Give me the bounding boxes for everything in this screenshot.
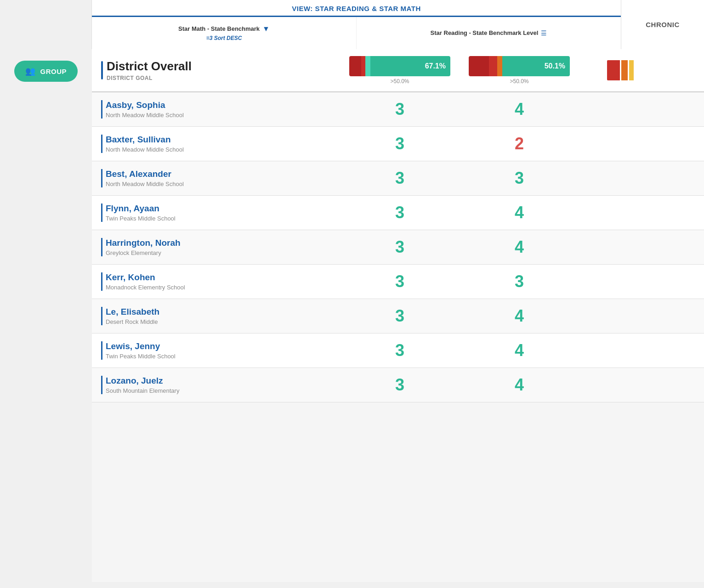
school-name: Desert Rock Middle xyxy=(106,318,340,325)
student-name[interactable]: Lozano, Juelz xyxy=(106,376,340,386)
math-bar-seg-light-teal xyxy=(365,56,370,76)
student-name-col: Baxter, Sullivan North Meadow Middle Sch… xyxy=(101,135,340,153)
star-math-col: 3 xyxy=(340,341,460,360)
reading-score-value: 4 xyxy=(515,341,524,360)
math-score-value: 3 xyxy=(395,169,404,188)
student-name-col: Lewis, Jenny Twin Peaks Middle School xyxy=(101,341,340,360)
student-row: Baxter, Sullivan North Meadow Middle Sch… xyxy=(92,127,704,161)
star-math-col: 3 xyxy=(340,237,460,257)
chronic-header: CHRONIC xyxy=(621,0,704,49)
student-name[interactable]: Le, Elisabeth xyxy=(106,307,340,317)
math-bar-seg-red xyxy=(349,56,361,76)
reading-bar-label: 50.1% xyxy=(545,62,565,70)
district-title: District Overall xyxy=(107,59,192,74)
math-bar-seg-teal: 67.1% xyxy=(370,56,450,76)
school-name: North Meadow Middle School xyxy=(106,112,340,119)
student-row: Harrington, Norah Greylock Elementary 3 … xyxy=(92,230,704,265)
student-row: Flynn, Ayaan Twin Peaks Middle School 3 … xyxy=(92,196,704,230)
star-reading-col: 4 xyxy=(460,100,579,119)
student-name[interactable]: Flynn, Ayaan xyxy=(106,204,340,214)
student-row: Aasby, Sophia North Meadow Middle School… xyxy=(92,92,704,127)
star-math-col: 3 xyxy=(340,203,460,222)
school-name: Monadnock Elementry School xyxy=(106,284,340,291)
math-bar-seg-dark-red xyxy=(361,56,365,76)
student-name[interactable]: Best, Alexander xyxy=(106,169,340,179)
school-name: North Meadow Middle School xyxy=(106,146,340,153)
math-score-value: 3 xyxy=(395,306,404,326)
reading-progress-bar: 50.1% xyxy=(469,56,570,76)
chronic-red xyxy=(607,60,620,80)
district-math-col: 67.1% >50.0% xyxy=(340,56,460,85)
group-button-label: GROUP xyxy=(40,68,67,75)
star-math-col: 3 xyxy=(340,169,460,188)
math-score-value: 3 xyxy=(395,134,404,153)
sort-dir: Sort DESC xyxy=(214,35,242,41)
row-indicator xyxy=(101,307,102,325)
math-score-value: 3 xyxy=(395,203,404,222)
header-top: VIEW: STAR READING & STAR MATH Star Math… xyxy=(0,0,704,49)
reading-score-value: 4 xyxy=(515,237,524,257)
math-progress-bar: 67.1% xyxy=(349,56,450,76)
student-name[interactable]: Harrington, Norah xyxy=(106,238,340,248)
star-reading-col: 3 xyxy=(460,169,579,188)
row-indicator xyxy=(101,135,102,153)
left-panel: 👥 GROUP xyxy=(0,49,92,582)
district-info: District Overall DISTRICT GOAL xyxy=(107,59,192,81)
student-row: Kerr, Kohen Monadnock Elementry School 3… xyxy=(92,265,704,299)
reading-score-value: 4 xyxy=(515,306,524,326)
star-math-col: 3 xyxy=(340,375,460,395)
student-name-col: Le, Elisabeth Desert Rock Middle xyxy=(101,307,340,325)
left-spacer xyxy=(0,0,92,49)
reading-bar-seg-red xyxy=(469,56,489,76)
math-score-value: 3 xyxy=(395,375,404,395)
chronic-yellow xyxy=(629,60,634,80)
star-math-col: 3 xyxy=(340,100,460,119)
row-indicator xyxy=(101,272,102,291)
reading-goal-text: >50.0% xyxy=(510,78,528,85)
student-name[interactable]: Baxter, Sullivan xyxy=(106,135,340,145)
student-name[interactable]: Kerr, Kohen xyxy=(106,272,340,283)
student-name-col: Lozano, Juelz South Mountain Elementary xyxy=(101,376,340,394)
student-name[interactable]: Aasby, Sophia xyxy=(106,100,340,110)
main-table: District Overall DISTRICT GOAL 67.1% xyxy=(92,49,704,582)
col-title-row-reading: Star Reading - State Benchmark Level ☰ xyxy=(431,29,547,37)
group-icon: 👥 xyxy=(25,66,36,76)
view-title-bar: VIEW: STAR READING & STAR MATH xyxy=(92,0,621,17)
school-name: Twin Peaks Middle School xyxy=(106,215,340,222)
reading-score-value: 4 xyxy=(515,203,524,222)
reading-score-value: 4 xyxy=(515,100,524,119)
reading-score-value: 3 xyxy=(515,272,524,291)
content-area: 👥 GROUP District Overall DISTRICT GOAL xyxy=(0,49,704,582)
col-headers-row: Star Math - State Benchmark ▼ =3 Sort DE… xyxy=(92,17,621,49)
reading-bar-seg-dark-red xyxy=(489,56,497,76)
row-indicator xyxy=(101,238,102,256)
filter-icon-math[interactable]: ▼ xyxy=(262,25,270,33)
group-button[interactable]: 👥 GROUP xyxy=(14,61,78,82)
reading-score-value: 2 xyxy=(515,134,524,153)
col-title-math: Star Math - State Benchmark xyxy=(178,25,260,33)
math-score-value: 3 xyxy=(395,100,404,119)
math-goal-text: >50.0% xyxy=(390,78,409,85)
star-reading-col: 4 xyxy=(460,203,579,222)
view-block: VIEW: STAR READING & STAR MATH Star Math… xyxy=(92,0,621,49)
student-name-col: Best, Alexander North Meadow Middle Scho… xyxy=(101,169,340,187)
reading-score-value: 4 xyxy=(515,375,524,395)
student-rows-container: Aasby, Sophia North Meadow Middle School… xyxy=(92,92,704,402)
district-goal: DISTRICT GOAL xyxy=(107,75,192,81)
school-name: South Mountain Elementary xyxy=(106,387,340,394)
reading-bar-seg-teal: 50.1% xyxy=(502,56,570,76)
student-name-col: Flynn, Ayaan Twin Peaks Middle School xyxy=(101,204,340,222)
student-name-col: Harrington, Norah Greylock Elementary xyxy=(101,238,340,256)
filter-lines-icon-reading[interactable]: ☰ xyxy=(541,29,547,37)
district-indicator xyxy=(101,61,103,79)
star-reading-col: 4 xyxy=(460,341,579,360)
student-row: Lewis, Jenny Twin Peaks Middle School 3 … xyxy=(92,334,704,368)
math-bar-label: 67.1% xyxy=(425,62,446,70)
district-overall-row: District Overall DISTRICT GOAL 67.1% xyxy=(92,49,704,92)
star-math-col: 3 xyxy=(340,272,460,291)
student-name-col: Aasby, Sophia North Meadow Middle School xyxy=(101,100,340,119)
school-name: North Meadow Middle School xyxy=(106,181,340,187)
student-name[interactable]: Lewis, Jenny xyxy=(106,341,340,351)
math-score-value: 3 xyxy=(395,341,404,360)
sort-desc-math: =3 Sort DESC xyxy=(206,35,242,41)
